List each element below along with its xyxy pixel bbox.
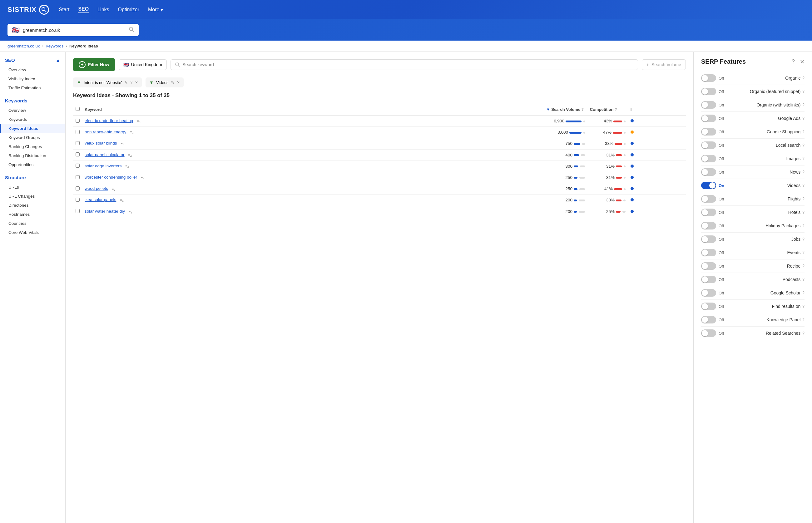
row-checkbox[interactable]	[76, 175, 80, 179]
keyword-search-filter[interactable]	[170, 59, 638, 70]
row-checkbox-cell[interactable]	[73, 172, 82, 183]
volume-help-icon[interactable]: ?	[581, 107, 584, 112]
toggle-switch-0[interactable]: Off	[701, 74, 724, 82]
row-checkbox[interactable]	[76, 152, 80, 157]
sidebar-item-ranking-distribution[interactable]: Ranking Distribution	[0, 151, 65, 160]
edit-icon-intent[interactable]: ✎	[124, 80, 128, 85]
feature-help-icon[interactable]: ?	[802, 210, 805, 215]
breadcrumb-keywords[interactable]: Keywords	[46, 44, 64, 49]
competition-help-icon[interactable]: ?	[615, 107, 617, 112]
toggle-track[interactable]	[701, 114, 716, 122]
nav-more[interactable]: More ▾	[148, 7, 163, 13]
keyword-link[interactable]: electric underfloor heating	[85, 118, 133, 123]
toggle-switch-10[interactable]: Off	[701, 209, 724, 216]
row-checkbox-cell[interactable]	[73, 206, 82, 217]
toggle-switch-19[interactable]: Off	[701, 329, 724, 337]
feature-help-icon[interactable]: ?	[802, 143, 805, 147]
feature-help-icon[interactable]: ?	[802, 130, 805, 134]
feature-help-icon[interactable]: ?	[802, 103, 805, 107]
sidebar-item-traffic-estimation[interactable]: Traffic Estimation	[0, 83, 65, 92]
toggle-track[interactable]	[701, 303, 716, 310]
toggle-switch-7[interactable]: Off	[701, 168, 724, 176]
row-checkbox-cell[interactable]	[73, 161, 82, 172]
feature-help-icon[interactable]: ?	[802, 183, 805, 188]
toggle-switch-15[interactable]: Off	[701, 276, 724, 283]
edit-icon-videos[interactable]: ✎	[171, 80, 174, 85]
row-checkbox[interactable]	[76, 198, 80, 202]
toggle-track[interactable]	[701, 195, 716, 203]
keyword-link[interactable]: ikea solar panels	[85, 197, 116, 202]
close-icon-intent[interactable]: ✕	[135, 80, 138, 85]
select-all-checkbox[interactable]	[76, 107, 80, 111]
feature-help-icon[interactable]: ?	[802, 76, 805, 80]
sidebar-item-overview-kw[interactable]: Overview	[0, 106, 65, 115]
feature-help-icon[interactable]: ?	[802, 197, 805, 201]
keyword-link[interactable]: non renewable energy	[85, 130, 126, 134]
sidebar-item-keyword-groups[interactable]: Keyword Groups	[0, 133, 65, 142]
toggle-track[interactable]	[701, 128, 716, 136]
toggle-track[interactable]	[701, 276, 716, 283]
help-icon-intent[interactable]: ?	[130, 80, 132, 85]
row-checkbox-cell[interactable]	[73, 127, 82, 138]
sidebar-item-keywords[interactable]: Keywords	[0, 115, 65, 124]
sidebar-item-keyword-ideas[interactable]: Keyword Ideas	[0, 124, 65, 133]
filter-now-button[interactable]: + Filter Now	[73, 58, 115, 71]
sidebar-item-opportunities[interactable]: Opportunities	[0, 160, 65, 169]
toggle-switch-1[interactable]: Off	[701, 88, 724, 95]
keyword-link[interactable]: solar water heater diy	[85, 209, 125, 214]
keyword-col-header[interactable]: Keyword	[82, 104, 544, 115]
feature-help-icon[interactable]: ?	[802, 170, 805, 174]
feature-help-icon[interactable]: ?	[802, 250, 805, 255]
sidebar-item-visibility-index[interactable]: Visibility Index	[0, 74, 65, 83]
toggle-track[interactable]	[701, 235, 716, 243]
toggle-switch-16[interactable]: Off	[701, 289, 724, 296]
country-filter[interactable]: 🇬🇧 United Kingdom	[119, 59, 167, 70]
toggle-track[interactable]	[701, 316, 716, 324]
toggle-switch-2[interactable]: Off	[701, 101, 724, 109]
sidebar-item-url-changes[interactable]: URL Changes	[0, 192, 65, 201]
collapse-icon[interactable]: ▲	[56, 57, 60, 63]
row-checkbox[interactable]	[76, 186, 80, 191]
breadcrumb-domain[interactable]: greenmatch.co.uk	[7, 44, 40, 49]
toggle-track[interactable]	[701, 182, 716, 189]
keyword-link[interactable]: worcester condensing boiler	[85, 175, 137, 180]
row-checkbox-cell[interactable]	[73, 138, 82, 149]
toggle-switch-6[interactable]: Off	[701, 155, 724, 162]
nav-start[interactable]: Start	[59, 7, 70, 13]
toggle-track[interactable]	[701, 249, 716, 256]
toggle-track[interactable]	[701, 329, 716, 337]
sidebar-item-core-web-vitals[interactable]: Core Web Vitals	[0, 228, 65, 237]
toggle-switch-13[interactable]: Off	[701, 249, 724, 256]
sidebar-item-urls[interactable]: URLs	[0, 183, 65, 192]
sidebar-item-countries[interactable]: Countries	[0, 219, 65, 228]
toggle-track[interactable]	[701, 168, 716, 176]
sidebar-item-overview-seo[interactable]: Overview	[0, 65, 65, 74]
sidebar-item-hostnames[interactable]: Hostnames	[0, 210, 65, 219]
sidebar-item-ranking-changes[interactable]: Ranking Changes	[0, 142, 65, 151]
close-panel-icon[interactable]: ✕	[800, 58, 805, 65]
search-button[interactable]	[129, 26, 134, 34]
toggle-switch-14[interactable]: Off	[701, 262, 724, 270]
toggle-switch-11[interactable]: Off	[701, 222, 724, 230]
feature-help-icon[interactable]: ?	[802, 116, 805, 121]
toggle-switch-12[interactable]: Off	[701, 235, 724, 243]
keyword-link[interactable]: velux solar blinds	[85, 141, 117, 145]
feature-help-icon[interactable]: ?	[802, 277, 805, 282]
keyword-search-input[interactable]	[182, 62, 633, 67]
toggle-track[interactable]	[701, 74, 716, 82]
row-checkbox[interactable]	[76, 119, 80, 123]
toggle-track[interactable]	[701, 141, 716, 149]
domain-search-input[interactable]	[23, 28, 126, 33]
toggle-track[interactable]	[701, 222, 716, 230]
keyword-link[interactable]: solar panel calculator	[85, 152, 125, 157]
row-checkbox[interactable]	[76, 130, 80, 134]
toggle-switch-17[interactable]: Off	[701, 303, 724, 310]
feature-help-icon[interactable]: ?	[802, 157, 805, 161]
row-checkbox-cell[interactable]	[73, 195, 82, 206]
toggle-switch-4[interactable]: Off	[701, 128, 724, 136]
nav-links-link[interactable]: Links	[97, 7, 109, 13]
feature-help-icon[interactable]: ?	[802, 223, 805, 228]
row-checkbox[interactable]	[76, 164, 80, 168]
toggle-track[interactable]	[701, 88, 716, 95]
sidebar-item-directories[interactable]: Directories	[0, 201, 65, 210]
